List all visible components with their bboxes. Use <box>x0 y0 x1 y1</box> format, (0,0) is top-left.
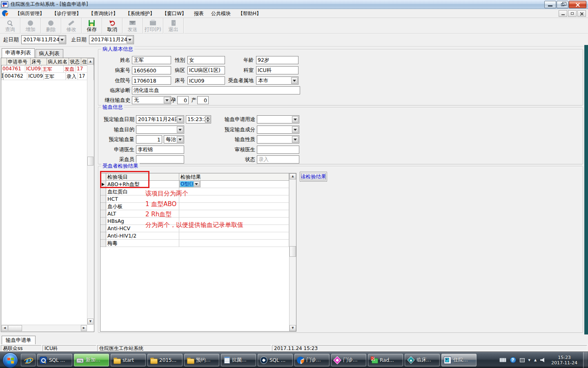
scroll-left-icon[interactable]: ◀ <box>2 325 8 331</box>
usage-combobox[interactable] <box>257 115 299 123</box>
tray-expand-icon[interactable] <box>534 358 537 362</box>
help-icon[interactable] <box>510 357 516 363</box>
window-stack-icon[interactable] <box>520 358 525 362</box>
collector-field[interactable] <box>136 155 184 164</box>
minimize-button[interactable] <box>544 1 556 8</box>
read-test-results-button[interactable]: 读检验结果 <box>300 172 327 182</box>
vertical-scrollbar[interactable]: ▲ ▼ <box>87 58 94 325</box>
internet-explorer-button[interactable]: e <box>21 354 36 366</box>
mdi-minimize-button[interactable] <box>559 10 567 17</box>
taskbar-clock[interactable]: 15:23 2017-11-24 <box>551 355 577 366</box>
scrollbar-thumb[interactable] <box>290 246 296 257</box>
amount-unit-combobox[interactable]: 每治 <box>164 135 184 144</box>
chevron-down-icon[interactable] <box>194 181 200 186</box>
scrollbar-thumb[interactable] <box>87 157 94 166</box>
purpose-combobox[interactable] <box>136 126 184 134</box>
speaker-icon[interactable] <box>540 358 546 362</box>
grid-row[interactable]: Anti-HIV1/2 <box>100 232 289 240</box>
keyboard-icon[interactable] <box>499 358 506 362</box>
column-header-bed[interactable]: 床号 <box>31 58 47 65</box>
transfusion-history-combobox[interactable]: 无 <box>132 96 171 104</box>
grid-row[interactable]: 血小板 <box>100 203 289 210</box>
pregnancy-field[interactable] <box>177 96 189 104</box>
scroll-up-icon[interactable]: ▲ <box>290 173 296 180</box>
taskbar-item-sql-query[interactable]: SQL ... <box>37 354 72 366</box>
chevron-down-icon[interactable] <box>292 116 298 123</box>
birth-field[interactable] <box>197 96 209 104</box>
caret-down-icon[interactable] <box>528 359 530 362</box>
chevron-down-icon[interactable] <box>292 136 298 143</box>
scroll-down-icon[interactable]: ▼ <box>290 325 296 331</box>
modify-button[interactable]: 修改 <box>61 18 82 34</box>
add-button[interactable]: 增加 <box>20 18 41 34</box>
menu-help[interactable]: 【帮助H】 <box>234 9 265 18</box>
menu-query-stats[interactable]: 【查询统计】 <box>85 9 122 18</box>
diagnosis-field[interactable] <box>132 86 300 94</box>
taskbar-item-sql-server[interactable]: SQL ... <box>258 354 293 366</box>
menu-system-maintenance[interactable]: 【系统维护】 <box>122 9 158 18</box>
taskbar-item-folder-2015[interactable]: 2015... <box>147 354 183 366</box>
tab-request-list[interactable]: 申请单列表 <box>2 48 35 58</box>
grid-row[interactable]: 血红蛋白 <box>100 188 289 195</box>
menu-medical-records[interactable]: 【病历管理】 <box>11 9 48 18</box>
horizontal-scrollbar[interactable]: ◀ ▶ <box>2 325 87 331</box>
start-button[interactable] <box>2 352 18 368</box>
print-button[interactable]: 打印(P) <box>143 18 163 34</box>
scrollbar-thumb[interactable] <box>8 325 22 331</box>
chevron-down-icon[interactable] <box>291 77 298 84</box>
taskbar-item-clinical[interactable]: 临床... <box>405 354 440 366</box>
tab-transfusion-request[interactable]: 输血申请单 <box>2 336 36 344</box>
grid-row[interactable]: HCT <box>100 195 289 203</box>
start-date-combobox[interactable]: 2017年11月24日 <box>21 35 66 44</box>
scroll-right-icon[interactable]: ▶ <box>81 325 87 331</box>
table-row[interactable]: I 004762 ICU09 王军 录入 17 <box>1 73 94 80</box>
taskbar-item-folder-start[interactable]: start <box>111 354 146 366</box>
component-combobox[interactable] <box>257 126 299 134</box>
exit-button[interactable]: 退出 <box>163 18 184 34</box>
menu-window[interactable]: 【窗口W】 <box>158 9 190 18</box>
amount-field[interactable] <box>136 135 162 144</box>
save-button[interactable]: 保存 <box>82 18 102 34</box>
close-button[interactable] <box>569 1 586 8</box>
scroll-down-icon[interactable]: ▼ <box>87 319 94 325</box>
chevron-down-icon[interactable] <box>292 126 298 133</box>
request-doctor-field[interactable] <box>136 146 184 154</box>
end-date-combobox[interactable]: 2017年11月24日 <box>89 35 134 44</box>
taskbar-item-outpatient-1[interactable]: 门诊... <box>294 354 330 366</box>
menu-reports[interactable]: 报表 <box>190 9 207 18</box>
chevron-down-icon[interactable] <box>164 97 170 103</box>
vertical-scrollbar[interactable]: ▲ ▼ <box>289 173 296 331</box>
taskbar-item-radiology[interactable]: Rad... <box>368 354 403 366</box>
cancel-button[interactable]: 取消 <box>102 18 122 34</box>
restore-button[interactable] <box>557 1 568 8</box>
taskbar-item-copy-progress[interactable]: 新加... <box>74 354 109 366</box>
taskbar-item-notepad[interactable]: 抗菌... <box>221 354 256 366</box>
taskbar-item-outpatient-2[interactable]: 门诊... <box>331 354 366 366</box>
send-button[interactable]: 发送 <box>122 18 143 34</box>
taskbar-item-inpatient-workstation[interactable]: 住院... <box>441 354 477 366</box>
column-header-patient-name[interactable]: 病人姓名 <box>47 58 69 65</box>
query-button[interactable]: 查询 <box>0 18 20 34</box>
age-field[interactable] <box>256 56 298 64</box>
chevron-down-icon[interactable] <box>59 36 65 43</box>
transfusion-date-combobox[interactable]: 2017年11月24日 <box>136 115 184 123</box>
recipient-locale-combobox[interactable]: 本市 <box>256 76 298 85</box>
scroll-up-icon[interactable]: ▲ <box>87 58 94 65</box>
grid-row[interactable]: ALT <box>100 210 289 218</box>
table-row[interactable]: 004761 ICU09 王军 发血 17 <box>1 65 94 73</box>
chevron-down-icon[interactable] <box>127 36 133 43</box>
chevron-down-icon[interactable] <box>177 136 183 143</box>
show-desktop-button[interactable] <box>583 352 588 368</box>
delete-button[interactable]: 删除 <box>41 18 61 34</box>
mdi-restore-button[interactable] <box>568 10 577 17</box>
column-header-test-result[interactable]: 检验结果 <box>179 173 289 181</box>
grid-row[interactable]: 梅毒 <box>100 240 289 247</box>
taskbar-item-folder-booking[interactable]: 预约... <box>184 354 219 366</box>
chevron-down-icon[interactable] <box>177 126 183 133</box>
menu-diagnosis[interactable]: 【诊疗管理】 <box>48 9 85 18</box>
tab-patient-list[interactable]: 病人列表 <box>36 49 63 58</box>
mdi-close-button[interactable] <box>577 10 586 17</box>
review-doctor-field[interactable] <box>257 146 299 154</box>
chevron-down-icon[interactable] <box>177 116 183 123</box>
column-header-request-no[interactable]: 申请单号 <box>7 58 31 65</box>
